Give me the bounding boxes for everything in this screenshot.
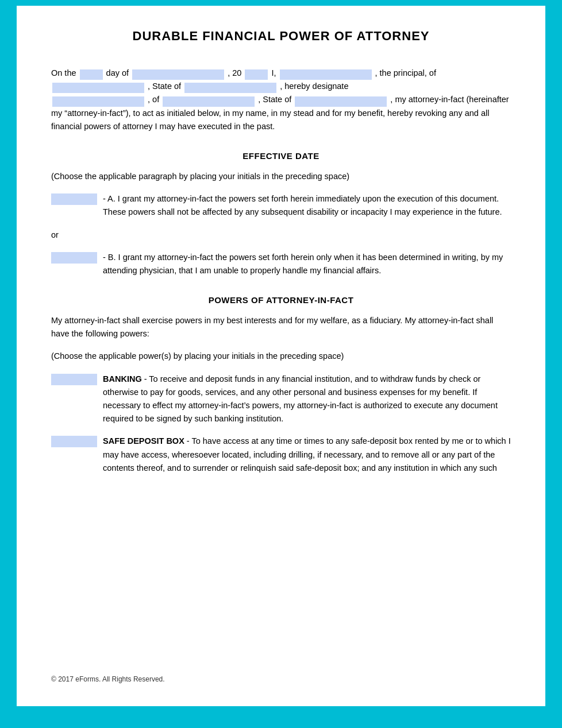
footer: © 2017 eForms. All Rights Reserved. (51, 675, 511, 683)
initials-box-banking[interactable] (51, 374, 97, 385)
field-day[interactable] (80, 69, 103, 80)
paragraph-a-text: - A. I grant my attorney-in-fact the pow… (103, 192, 511, 219)
footer-text: © 2017 eForms. All Rights Reserved. (51, 675, 165, 683)
safe-deposit-text: SAFE DEPOSIT BOX - To have access at any… (103, 435, 511, 475)
field-year[interactable] (245, 69, 268, 80)
or-text: or (51, 229, 511, 242)
document-page: DURABLE FINANCIAL POWER OF ATTORNEY On t… (17, 6, 545, 706)
paragraph-b-text: - B. I grant my attorney-in-fact the pow… (103, 251, 511, 277)
text-20: , 20 (228, 68, 241, 78)
field-designee-state[interactable] (295, 96, 387, 107)
field-month[interactable] (132, 69, 224, 80)
initials-box-safe-deposit[interactable] (51, 436, 97, 447)
text-state-of-1: , State of (148, 82, 181, 91)
banking-body: - To receive and deposit funds in any fi… (103, 374, 498, 424)
text-hereby-designate: , hereby designate (280, 82, 348, 91)
field-designee-name[interactable] (52, 96, 144, 107)
text-state-of-2: , State of (258, 95, 291, 104)
field-principal-address[interactable] (52, 83, 144, 93)
text-the-principal: , the principal, of (375, 68, 436, 78)
initials-box-a[interactable] (51, 193, 97, 205)
powers-intro: My attorney-in-fact shall exercise power… (51, 314, 511, 340)
text-I: I, (271, 68, 276, 78)
text-of: , of (148, 95, 159, 104)
initials-box-b[interactable] (51, 252, 97, 264)
document-content: On the day of , 20 I, , the principal, o… (51, 67, 511, 652)
effective-date-heading: EFFECTIVE DATE (51, 149, 511, 163)
intro-paragraph: On the day of , 20 I, , the principal, o… (51, 67, 511, 133)
banking-text: BANKING - To receive and deposit funds i… (103, 373, 511, 426)
field-designee-address[interactable] (163, 96, 255, 107)
paragraph-a-block: - A. I grant my attorney-in-fact the pow… (51, 192, 511, 219)
field-principal-name[interactable] (280, 69, 372, 80)
powers-heading: POWERS OF ATTORNEY-IN-FACT (51, 293, 511, 307)
field-principal-state[interactable] (184, 83, 276, 93)
effective-date-instruction: (Choose the applicable paragraph by plac… (51, 170, 511, 183)
safe-deposit-block: SAFE DEPOSIT BOX - To have access at any… (51, 435, 511, 475)
document-title: DURABLE FINANCIAL POWER OF ATTORNEY (51, 29, 511, 44)
powers-instruction: (Choose the applicable power(s) by placi… (51, 350, 511, 363)
banking-label: BANKING (103, 374, 142, 384)
text-on-the: On the (51, 68, 76, 78)
paragraph-b-block: - B. I grant my attorney-in-fact the pow… (51, 251, 511, 277)
banking-block: BANKING - To receive and deposit funds i… (51, 373, 511, 426)
safe-deposit-label: SAFE DEPOSIT BOX (103, 436, 184, 446)
text-day-of: day of (106, 68, 129, 78)
